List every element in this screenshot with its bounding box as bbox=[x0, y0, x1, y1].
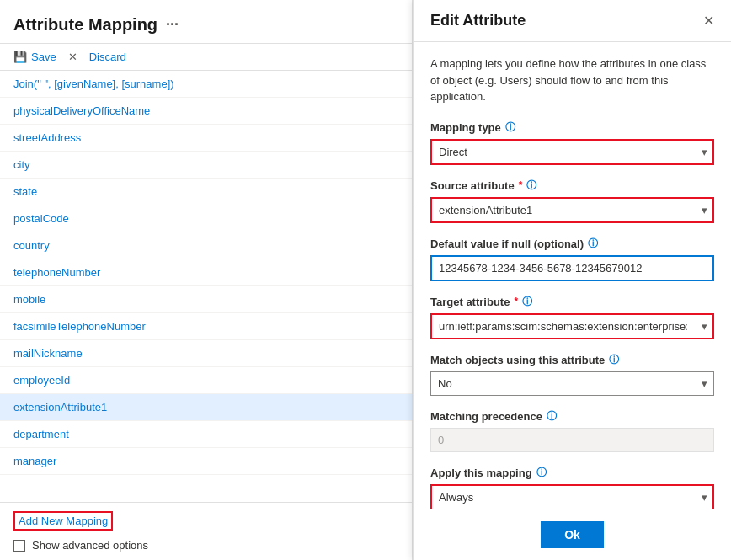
mapping-type-label: Mapping type ⓘ bbox=[430, 120, 714, 135]
target-attribute-label: Target attribute * ⓘ bbox=[430, 295, 714, 309]
default-value-group: Default value if null (optional) ⓘ bbox=[430, 237, 714, 281]
source-required-star: * bbox=[519, 179, 523, 191]
list-item-selected[interactable]: extensionAttribute1 bbox=[0, 394, 412, 421]
right-body: A mapping lets you define how the attrib… bbox=[414, 42, 731, 509]
list-item[interactable]: facsimileTelephoneNumber bbox=[0, 313, 412, 340]
default-value-info-icon[interactable]: ⓘ bbox=[588, 237, 598, 251]
page-title: Attribute Mapping ··· bbox=[13, 15, 398, 35]
matching-precedence-info-icon[interactable]: ⓘ bbox=[547, 409, 557, 424]
ok-button[interactable]: Ok bbox=[541, 521, 604, 548]
matching-precedence-value: 0 bbox=[430, 428, 714, 452]
close-button[interactable]: ✕ bbox=[703, 14, 714, 28]
right-panel: Edit Attribute ✕ A mapping lets you defi… bbox=[413, 0, 731, 560]
list-item[interactable]: mailNickname bbox=[0, 340, 412, 367]
apply-mapping-select[interactable]: Always Only during object creation Only … bbox=[430, 484, 714, 509]
list-item[interactable]: streetAddress bbox=[0, 125, 412, 152]
apply-mapping-select-wrapper: Always Only during object creation Only … bbox=[430, 484, 714, 509]
toolbar-separator: ✕ bbox=[68, 51, 77, 63]
match-objects-info-icon[interactable]: ⓘ bbox=[609, 353, 619, 367]
right-panel-title: Edit Attribute bbox=[430, 12, 526, 29]
left-panel: Attribute Mapping ··· 💾 Save ✕ Discard J… bbox=[0, 0, 413, 560]
list-item[interactable]: physicalDeliveryOfficeName bbox=[0, 98, 412, 125]
ellipsis-icon[interactable]: ··· bbox=[166, 16, 179, 34]
mapping-type-select-wrapper: Direct Expression Constant bbox=[430, 139, 714, 165]
apply-mapping-group: Apply this mapping ⓘ Always Only during … bbox=[430, 466, 714, 509]
list-item[interactable]: department bbox=[0, 421, 412, 448]
apply-mapping-info-icon[interactable]: ⓘ bbox=[536, 466, 547, 480]
match-objects-select-wrapper: No Yes bbox=[430, 371, 714, 396]
mapping-type-select[interactable]: Direct Expression Constant bbox=[430, 139, 714, 165]
list-item[interactable]: manager bbox=[0, 448, 412, 475]
default-value-input[interactable] bbox=[430, 255, 714, 281]
list-item[interactable]: postalCode bbox=[0, 205, 412, 232]
target-attribute-info-icon[interactable]: ⓘ bbox=[522, 295, 532, 309]
target-attribute-select[interactable]: urn:ietf:params:scim:schemas:extension:e… bbox=[430, 313, 714, 339]
source-attribute-group: Source attribute * ⓘ extensionAttribute1 bbox=[430, 179, 714, 223]
matching-precedence-label: Matching precedence ⓘ bbox=[430, 409, 714, 424]
description-text: A mapping lets you define how the attrib… bbox=[430, 56, 714, 105]
match-objects-select[interactable]: No Yes bbox=[430, 371, 714, 396]
list-item[interactable]: telephoneNumber bbox=[0, 259, 412, 286]
apply-mapping-label: Apply this mapping ⓘ bbox=[430, 466, 714, 480]
show-advanced-checkbox[interactable] bbox=[13, 540, 25, 552]
list-item[interactable]: state bbox=[0, 179, 412, 205]
target-required-star: * bbox=[514, 296, 518, 307]
match-objects-group: Match objects using this attribute ⓘ No … bbox=[430, 353, 714, 396]
list-item[interactable]: city bbox=[0, 152, 412, 179]
discard-label: Discard bbox=[89, 51, 126, 63]
add-new-mapping-link[interactable]: Add New Mapping bbox=[13, 511, 113, 531]
show-advanced-options: Show advanced options bbox=[13, 539, 398, 552]
show-advanced-label: Show advanced options bbox=[32, 539, 148, 552]
mapping-list: Join(" ", [givenName], [surname]) physic… bbox=[0, 71, 412, 502]
target-attribute-group: Target attribute * ⓘ urn:ietf:params:sci… bbox=[430, 295, 714, 339]
match-objects-label: Match objects using this attribute ⓘ bbox=[430, 353, 714, 367]
target-attribute-select-wrapper: urn:ietf:params:scim:schemas:extension:e… bbox=[430, 313, 714, 339]
save-label: Save bbox=[31, 51, 56, 63]
discard-button[interactable]: Discard bbox=[89, 51, 126, 63]
left-header: Attribute Mapping ··· bbox=[0, 0, 412, 44]
title-text: Attribute Mapping bbox=[13, 15, 157, 35]
matching-precedence-group: Matching precedence ⓘ 0 bbox=[430, 409, 714, 452]
toolbar: 💾 Save ✕ Discard bbox=[0, 44, 412, 71]
default-value-label: Default value if null (optional) ⓘ bbox=[430, 237, 714, 251]
right-footer: Ok bbox=[414, 509, 731, 560]
mapping-type-info-icon[interactable]: ⓘ bbox=[505, 120, 515, 135]
source-attribute-select-wrapper: extensionAttribute1 bbox=[430, 197, 714, 223]
source-attribute-label: Source attribute * ⓘ bbox=[430, 179, 714, 193]
left-footer: Add New Mapping Show advanced options bbox=[0, 502, 412, 560]
save-icon: 💾 bbox=[13, 51, 27, 63]
right-header: Edit Attribute ✕ bbox=[414, 0, 731, 42]
list-item[interactable]: Join(" ", [givenName], [surname]) bbox=[0, 71, 412, 98]
list-item[interactable]: mobile bbox=[0, 286, 412, 313]
list-item[interactable]: employeeId bbox=[0, 367, 412, 394]
save-button[interactable]: 💾 Save bbox=[13, 51, 56, 63]
source-attribute-select[interactable]: extensionAttribute1 bbox=[430, 197, 714, 223]
source-attribute-info-icon[interactable]: ⓘ bbox=[526, 179, 536, 193]
list-item[interactable]: country bbox=[0, 232, 412, 259]
mapping-type-group: Mapping type ⓘ Direct Expression Constan… bbox=[430, 120, 714, 165]
